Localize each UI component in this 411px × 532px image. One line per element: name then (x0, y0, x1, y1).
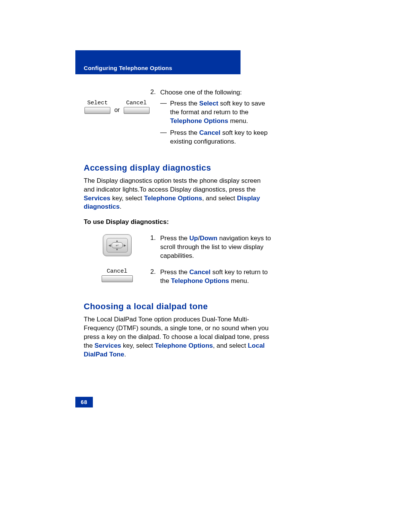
telephone-options-link: Telephone Options (144, 195, 202, 202)
services-link: Services (94, 342, 121, 349)
softkey-illustration: Select or Cancel (84, 88, 150, 114)
cancel-softkey-icon (102, 275, 133, 282)
services-link: Services (84, 195, 110, 202)
text: , and select (202, 195, 237, 202)
text: key, select (110, 195, 144, 202)
down-link: Down (200, 235, 217, 242)
paragraph: The Local DialPad Tone option produces D… (84, 315, 272, 359)
step-body: Press the Up/Down navigation keys to scr… (160, 234, 272, 260)
header-band: Configuring Telephone Options (75, 50, 241, 74)
step-text: 2. Press the Cancel soft key to return t… (150, 268, 272, 288)
text: . (124, 351, 126, 358)
telephone-options-link: Telephone Options (155, 342, 213, 349)
cancel-softkey-label: Cancel (107, 268, 127, 275)
sub-item: — Press the Cancel soft key to keep exis… (160, 129, 272, 146)
list-item: 2. Choose one of the following: (150, 88, 272, 97)
text: Press the (170, 129, 199, 136)
select-softkey-label: Select (87, 100, 108, 106)
cancel-softkey-label: Cancel (126, 100, 147, 106)
page-number: 68 (75, 397, 93, 407)
dash-bullet: — (160, 129, 170, 146)
step-text: 2. Choose one of the following: — Press … (150, 88, 272, 149)
step-intro: Choose one of the following: (160, 88, 272, 97)
enter-key-icon: ↵ (112, 242, 123, 248)
right-arrow-icon: ▶ (124, 244, 126, 247)
or-text: or (113, 107, 120, 114)
text: Press the (170, 100, 199, 107)
page-content: Select or Cancel 2. Choose one of the fo… (84, 88, 272, 363)
softkey-pair: Select or Cancel (84, 100, 149, 114)
text: menu. (229, 277, 249, 284)
paragraph: The Display diagnostics option tests the… (84, 177, 272, 212)
left-arrow-icon: ◀ (108, 244, 111, 247)
select-link: Select (199, 100, 218, 107)
sub-item-text: Press the Select soft key to save the fo… (170, 99, 272, 126)
list-item: 2. Press the Cancel soft key to return t… (150, 268, 272, 286)
softkey-illustration: Cancel (84, 268, 150, 282)
step-number: 2. (150, 268, 160, 286)
up-link: Up (190, 235, 198, 242)
text: Press the (160, 235, 190, 242)
text: The Display diagnostics option tests the… (84, 177, 261, 193)
step-text: 1. Press the Up/Down navigation keys to … (150, 234, 272, 263)
text: , and select (213, 342, 248, 349)
document-page: Configuring Telephone Options Select or … (0, 0, 411, 532)
text: . (119, 203, 121, 210)
telephone-options-link: Telephone Options (170, 117, 228, 125)
section-heading: Choosing a local dialpad tone (84, 302, 272, 312)
cancel-softkey-block: Cancel (102, 268, 133, 282)
navpad-illustration: ▲ ▼ ◀ ▶ ↵ (84, 234, 150, 256)
text: Press the (160, 268, 190, 276)
sub-item: — Press the Select soft key to save the … (160, 99, 272, 126)
step-row: Select or Cancel 2. Choose one of the fo… (84, 88, 272, 149)
section-heading: Accessing display diagnostics (84, 163, 272, 173)
telephone-options-link: Telephone Options (171, 277, 229, 284)
step-number: 1. (150, 234, 160, 260)
cancel-softkey-block: Cancel (124, 100, 150, 114)
navigation-pad-icon: ▲ ▼ ◀ ▶ ↵ (103, 234, 132, 256)
list-item: 1. Press the Up/Down navigation keys to … (150, 234, 272, 260)
dash-bullet: — (160, 99, 170, 126)
text: menu. (228, 117, 248, 125)
text: key, select (121, 342, 155, 349)
cancel-link: Cancel (190, 268, 211, 276)
select-softkey-icon (84, 107, 110, 114)
step-number: 2. (150, 88, 160, 97)
step-row: ▲ ▼ ◀ ▶ ↵ 1. Press the Up/Down navigatio… (84, 234, 272, 263)
step-body: Press the Cancel soft key to return to t… (160, 268, 272, 286)
down-arrow-icon: ▼ (116, 248, 119, 251)
step-row: Cancel 2. Press the Cancel soft key to r… (84, 268, 272, 288)
sub-heading: To use Display diagnostics: (84, 218, 272, 226)
select-softkey-block: Select (84, 100, 110, 114)
cancel-link: Cancel (199, 129, 221, 136)
navpad-inner: ▲ ▼ ◀ ▶ ↵ (107, 238, 128, 252)
section-title: Configuring Telephone Options (84, 65, 172, 71)
sub-item-text: Press the Cancel soft key to keep existi… (170, 129, 272, 146)
cancel-softkey-icon (124, 107, 150, 114)
